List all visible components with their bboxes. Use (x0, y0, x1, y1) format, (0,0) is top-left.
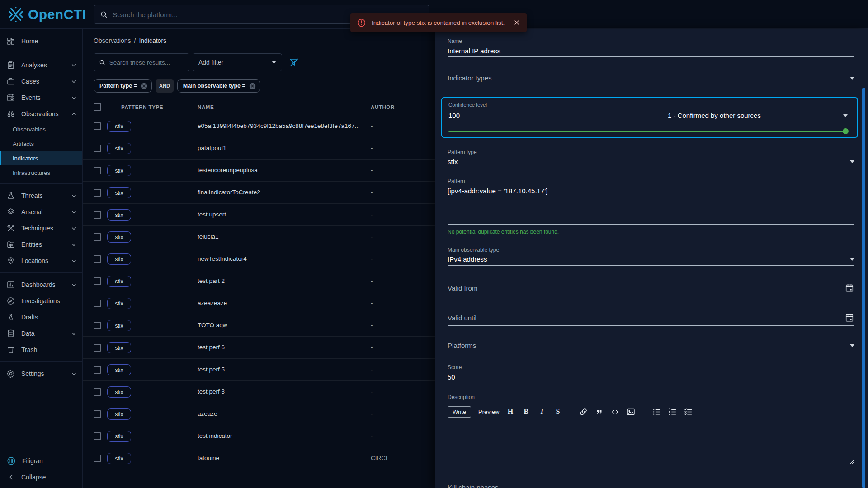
list-check-icon[interactable] (684, 407, 693, 417)
sidebar-item-locations[interactable]: Locations (0, 253, 82, 269)
table-row[interactable]: stixtest perf 5- (83, 359, 435, 381)
row-checkbox[interactable] (94, 145, 101, 152)
description-textarea[interactable] (448, 465, 854, 465)
row-checkbox[interactable] (94, 255, 101, 263)
sidebar-item-entities[interactable]: Entities (0, 236, 82, 253)
sidebar-item-threats[interactable]: Threats (0, 188, 82, 204)
row-checkbox[interactable] (94, 388, 101, 396)
table-row[interactable]: stixTOTO aqw- (83, 314, 435, 337)
row-checkbox[interactable] (94, 189, 101, 197)
score-field[interactable]: Score 50 (448, 364, 854, 383)
table-row[interactable]: stixtest part 2- (83, 270, 435, 292)
row-checkbox[interactable] (94, 211, 101, 219)
table-row[interactable]: stixtest indicator- (83, 425, 435, 447)
sidebar-item-dashboards[interactable]: Dashboards (0, 277, 82, 293)
slider-thumb[interactable] (843, 128, 849, 134)
sidebar-item-techniques[interactable]: Techniques (0, 220, 82, 236)
row-checkbox[interactable] (94, 277, 101, 285)
select-all-checkbox[interactable] (94, 103, 101, 111)
column-name[interactable]: NAME (198, 104, 214, 110)
row-checkbox[interactable] (94, 233, 101, 241)
confidence-level-select[interactable]: 1 - Confirmed by other sources (668, 112, 848, 122)
row-checkbox[interactable] (94, 432, 101, 440)
preview-tab[interactable]: Preview (478, 408, 499, 415)
main-observable-type-select[interactable]: Main observable type IPv4 address (448, 247, 854, 266)
list-ol-icon[interactable] (668, 407, 677, 417)
write-tab[interactable]: Write (448, 406, 471, 418)
sidebar-item-data[interactable]: Data (0, 325, 82, 342)
table-row[interactable]: stixazeazeaze- (83, 292, 435, 314)
valid-from-field[interactable]: Valid from (448, 283, 854, 296)
table-row[interactable]: stixtest upsert- (83, 204, 435, 226)
sidebar-item-analyses[interactable]: Analyses (0, 57, 82, 73)
sidebar-item-drafts[interactable]: Drafts (0, 309, 82, 325)
close-icon[interactable] (513, 19, 520, 26)
clear-filters-button[interactable] (288, 57, 299, 68)
sidebar-item-observations[interactable]: Observations (0, 106, 82, 122)
sidebar-item-settings[interactable]: Settings (0, 366, 82, 382)
sidebar-item-trash[interactable]: Trash (0, 342, 82, 358)
filter-chip-main-observable-type[interactable]: Main observable type = (177, 79, 260, 93)
opencti-logo[interactable]: OpenCTI (6, 5, 86, 24)
filter-chip-pattern-type[interactable]: Pattern type = (94, 79, 152, 93)
row-checkbox[interactable] (94, 410, 101, 418)
calendar-icon[interactable] (844, 313, 854, 323)
table-row[interactable]: stixtest perf 3- (83, 381, 435, 403)
column-author[interactable]: AUTHOR (371, 104, 395, 110)
italic-icon[interactable]: I (537, 407, 547, 417)
strikethrough-icon[interactable]: S (553, 407, 562, 417)
table-row[interactable]: stixpatatpouf1- (83, 137, 435, 160)
drawer-scrollbar[interactable] (862, 88, 865, 488)
sidebar-item-home[interactable]: Home (0, 33, 82, 49)
sidebar-item-arsenal[interactable]: Arsenal (0, 204, 82, 220)
quote-icon[interactable] (594, 407, 604, 417)
row-checkbox[interactable] (94, 167, 101, 174)
row-checkbox[interactable] (94, 300, 101, 307)
breadcrumb-observations[interactable]: Observations (94, 37, 131, 44)
column-pattern-type[interactable]: PATTERN TYPE (121, 104, 163, 110)
image-icon[interactable] (626, 407, 636, 417)
bold-icon[interactable]: B (521, 407, 531, 417)
add-filter-select[interactable]: Add filter (193, 53, 282, 71)
results-search-input[interactable] (109, 59, 184, 66)
sidebar-collapse-button[interactable]: Collapse (0, 469, 82, 485)
row-checkbox[interactable] (94, 122, 101, 130)
sidebar-item-infrastructures[interactable]: Infrastructures (0, 165, 82, 180)
table-row[interactable]: stixazeaze- (83, 403, 435, 425)
confidence-input[interactable]: 100 (448, 112, 661, 122)
remove-filter-icon[interactable] (140, 82, 148, 90)
heading-icon[interactable]: H (505, 407, 515, 417)
list-ul-icon[interactable] (652, 407, 661, 417)
name-field[interactable]: Name Internal IP adress (448, 38, 854, 57)
table-row[interactable]: stixe05af1399f4f4beb7934c9f12ba5a9c88f7e… (83, 115, 435, 137)
table-row[interactable]: stixtestencoreunpeuplusa- (83, 160, 435, 182)
pattern-type-select[interactable]: Pattern type stix (448, 149, 854, 168)
sidebar-item-cases[interactable]: Cases (0, 73, 82, 89)
table-row[interactable]: stixfelucia1- (83, 226, 435, 248)
pattern-field[interactable]: Pattern [ipv4-addr:value = '187.10.45.17… (448, 178, 854, 225)
platforms-select[interactable]: Platforms (448, 342, 854, 352)
calendar-icon[interactable] (844, 283, 854, 293)
filter-operator-and[interactable]: AND (156, 79, 174, 93)
resize-handle-icon[interactable] (850, 460, 854, 464)
sidebar-item-observables[interactable]: Observables (0, 122, 82, 136)
link-icon[interactable] (579, 407, 588, 417)
table-row[interactable]: stixtatouineCIRCL (83, 447, 435, 469)
row-checkbox[interactable] (94, 366, 101, 374)
row-checkbox[interactable] (94, 455, 101, 462)
table-row[interactable]: stixfinalIndicatorToCreate2- (83, 182, 435, 204)
row-checkbox[interactable] (94, 322, 101, 329)
table-row[interactable]: stixnewTestIndicator4- (83, 248, 435, 270)
indicator-types-select[interactable]: Indicator types (448, 74, 854, 85)
sidebar-item-filigran[interactable]: Filigran (0, 453, 82, 469)
sidebar-item-events[interactable]: Events (0, 89, 82, 106)
code-icon[interactable] (610, 407, 620, 417)
sidebar-item-indicators[interactable]: Indicators (0, 151, 82, 165)
table-row[interactable]: stixtest perf 6- (83, 337, 435, 359)
confidence-slider[interactable] (448, 131, 848, 132)
row-checkbox[interactable] (94, 344, 101, 352)
kill-chain-phases-field[interactable]: Kill chain phases (448, 483, 499, 488)
sidebar-item-investigations[interactable]: Investigations (0, 293, 82, 309)
sidebar-item-artifacts[interactable]: Artifacts (0, 136, 82, 151)
valid-until-field[interactable]: Valid until (448, 313, 854, 326)
